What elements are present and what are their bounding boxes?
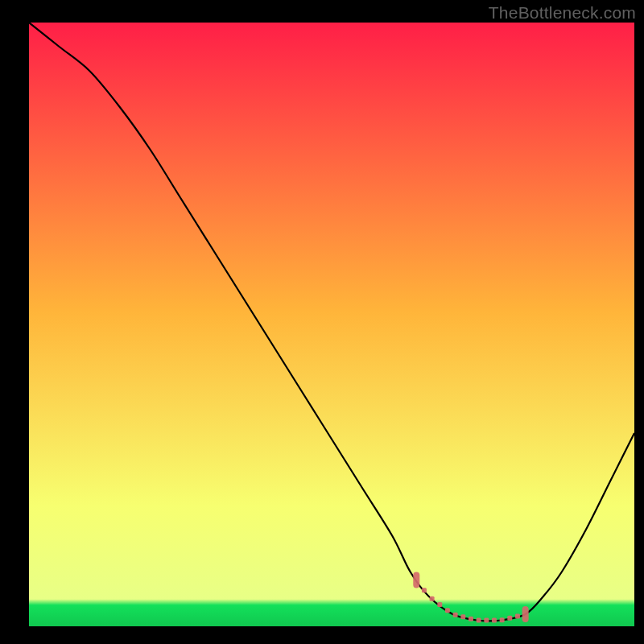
bottleneck-chart (0, 0, 644, 644)
watermark-text: TheBottleneck.com (489, 3, 636, 23)
svg-rect-11 (484, 618, 489, 623)
svg-rect-4 (430, 597, 435, 601)
svg-rect-3 (422, 588, 427, 592)
svg-rect-14 (507, 616, 512, 621)
svg-rect-6 (445, 608, 450, 613)
svg-rect-8 (460, 614, 465, 619)
svg-rect-10 (477, 618, 481, 623)
gradient-background (29, 23, 634, 626)
svg-rect-9 (469, 617, 473, 621)
svg-rect-13 (500, 617, 505, 622)
svg-rect-7 (453, 613, 458, 617)
svg-rect-1 (413, 572, 419, 588)
svg-rect-15 (515, 613, 520, 618)
svg-rect-5 (437, 602, 442, 607)
chart-stage: { "watermark": "TheBottleneck.com", "col… (0, 0, 644, 644)
svg-rect-12 (492, 618, 497, 623)
svg-rect-2 (522, 606, 529, 622)
